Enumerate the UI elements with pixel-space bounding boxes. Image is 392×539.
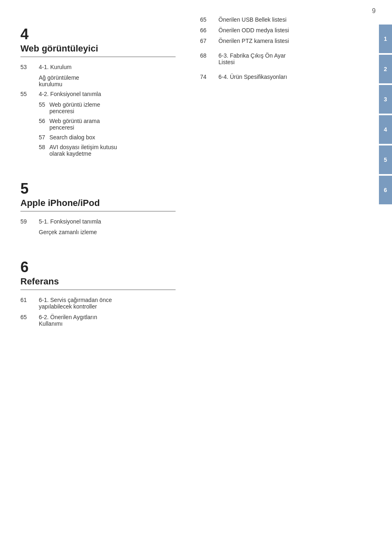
label-6-3: 6-3. Fabrika Çıkış Ön AyarListesi [218, 52, 355, 65]
page-num-55-1: 55 [20, 91, 39, 97]
toc-entry-6-2: 65 6-2. Önerilen AygıtlarınKullanımı [20, 314, 176, 327]
label-5-1: 5-1. Fonksiyonel tanımla [39, 218, 176, 225]
section-5: 5 Apple iPhone/iPod 59 5-1. Fonksiyonel … [20, 181, 176, 235]
section-6-number: 6 [20, 260, 176, 275]
right-entry-68: 68 6-3. Fabrika Çıkış Ön AyarListesi [200, 52, 355, 65]
right-entry-66: 66 Önerilen ODD medya listesi [200, 27, 355, 34]
sidebar-tab-6[interactable]: 6 [379, 176, 392, 204]
toc-sub-web-izleme: 55 Web görüntü izlemepenceresi [20, 101, 176, 114]
section-5-title: Apple iPhone/iPod [20, 198, 176, 212]
page-num-65-left: 65 [20, 314, 39, 327]
sidebar-tab-2[interactable]: 2 [379, 55, 392, 83]
page-num-59-1: 59 [20, 218, 39, 225]
page-num-74: 74 [200, 74, 218, 80]
section-4-title: Web görüntüleyici [20, 43, 176, 57]
page-num-66: 66 [200, 27, 218, 34]
label-6-4: 6-4. Ürün Spesifikasyonları [218, 74, 355, 80]
right-entry-67: 67 Önerilen PTZ kamera listesi [200, 38, 355, 44]
label-usb: Önerilen USB Bellek listesi [218, 16, 355, 23]
label-ag: Ağ görüntülemekurulumu [39, 74, 176, 87]
right-entry-74: 74 6-4. Ürün Spesifikasyonları [200, 74, 355, 80]
toc-sub-gercek: Gerçek zamanlı izleme [20, 229, 176, 235]
right-toc-entries: 65 Önerilen USB Bellek listesi 66 Öneril… [200, 16, 355, 80]
sidebar-tab-5[interactable]: 5 [379, 145, 392, 174]
label-avi: 58 AVI dosyası iletişim kutusuolarak kay… [39, 144, 176, 157]
toc-sub-avi: 58 AVI dosyası iletişim kutusuolarak kay… [20, 144, 176, 157]
toc-entry-4-1: 53 4-1. Kurulum [20, 64, 176, 70]
page-num-53-1: 53 [20, 64, 39, 70]
section-4-number: 4 [20, 27, 176, 42]
label-4-2: 4-2. Fonksiyonel tanımla [39, 91, 176, 97]
toc-sub-ag: Ağ görüntülemekurulumu [20, 74, 176, 87]
page-num-61: 61 [20, 297, 39, 310]
sidebar-tab-3[interactable]: 3 [379, 85, 392, 114]
page-num-65: 65 [200, 16, 218, 23]
page-num-68: 68 [200, 52, 218, 65]
right-column: 65 Önerilen USB Bellek listesi 66 Öneril… [192, 12, 355, 331]
page-num-67: 67 [200, 38, 218, 44]
section-4: 4 Web görüntüleyici 53 4-1. Kurulum Ağ g… [20, 27, 176, 157]
toc-entry-4-2: 55 4-2. Fonksiyonel tanımla [20, 91, 176, 97]
toc-sub-search: 57 Search dialog box [20, 134, 176, 141]
label-search: 57 Search dialog box [39, 134, 176, 141]
label-6-2: 6-2. Önerilen AygıtlarınKullanımı [39, 314, 176, 327]
label-6-1: 6-1. Servis çağırmadan önceyapılabilecek… [39, 297, 176, 310]
section-5-number: 5 [20, 181, 176, 196]
sidebar-tabs: 1 2 3 4 5 6 [379, 25, 392, 204]
label-web-arama: 56 Web görüntü aramapenceresi [39, 118, 176, 131]
right-entry-65: 65 Önerilen USB Bellek listesi [200, 16, 355, 23]
section-6-entries: 61 6-1. Servis çağırmadan önceyapılabile… [20, 297, 176, 327]
label-web-izleme: 55 Web görüntü izlemepenceresi [39, 101, 176, 114]
label-4-1: 4-1. Kurulum [39, 64, 176, 70]
label-ptz: Önerilen PTZ kamera listesi [218, 38, 355, 44]
section-4-entries: 53 4-1. Kurulum Ağ görüntülemekurulumu 5… [20, 64, 176, 157]
right-entry-68-block: 68 6-3. Fabrika Çıkış Ön AyarListesi [200, 52, 355, 65]
section-6-title: Referans [20, 276, 176, 290]
label-gercek: Gerçek zamanlı izleme [39, 229, 176, 235]
label-odd: Önerilen ODD medya listesi [218, 27, 355, 34]
sidebar-tab-4[interactable]: 4 [379, 115, 392, 144]
section-5-entries: 59 5-1. Fonksiyonel tanımla Gerçek zaman… [20, 218, 176, 235]
toc-sub-web-arama: 56 Web görüntü aramapenceresi [20, 118, 176, 131]
right-entry-74-block: 74 6-4. Ürün Spesifikasyonları [200, 74, 355, 80]
left-column: 4 Web görüntüleyici 53 4-1. Kurulum Ağ g… [20, 12, 192, 331]
toc-entry-5-1: 59 5-1. Fonksiyonel tanımla [20, 218, 176, 225]
toc-entry-6-1: 61 6-1. Servis çağırmadan önceyapılabile… [20, 297, 176, 310]
section-6: 6 Referans 61 6-1. Servis çağırmadan önc… [20, 260, 176, 327]
page-number: 9 [372, 7, 376, 15]
sidebar-tab-1[interactable]: 1 [379, 25, 392, 53]
